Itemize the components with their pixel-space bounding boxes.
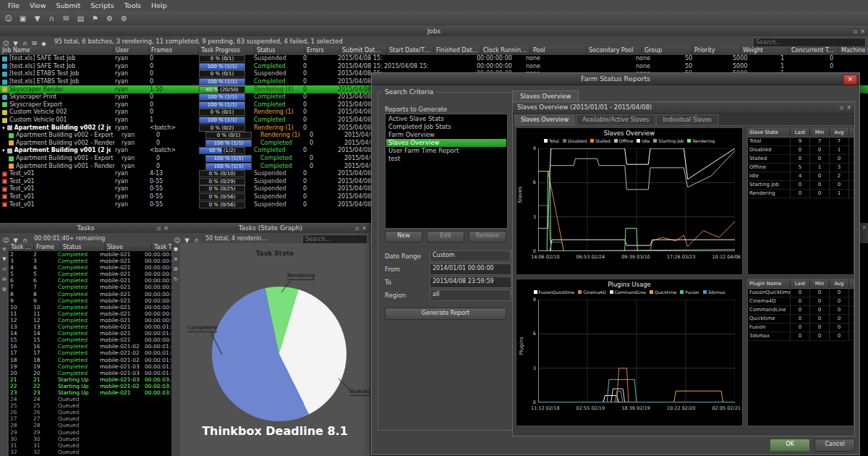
report-item-active-slave-stats[interactable]: Active Slave Stats xyxy=(386,115,506,123)
reports-listbox[interactable]: Active Slave StatsCompleted Job StatsFar… xyxy=(385,114,508,229)
jobs-col-submit-date-time[interactable]: Submit Date/Time xyxy=(340,46,387,55)
list-icon[interactable]: ≡ xyxy=(172,256,179,263)
task-row[interactable]: 55Completedmobile-02100:00:00:00 xyxy=(9,271,171,277)
task-row[interactable]: 22Completedmobile-02100:00:00:00 xyxy=(9,251,171,258)
close-panel-icon[interactable]: × xyxy=(859,224,868,231)
tasks-col-task-id[interactable]: Task ID xyxy=(9,243,34,251)
task-row[interactable]: 1313Completedmobile-02100:00:01:02 xyxy=(9,324,171,330)
jobs-col-secondary-pool[interactable]: Secondary Pool xyxy=(587,46,642,55)
menu-item-submit[interactable]: Submit xyxy=(51,1,85,9)
menu-item-view[interactable]: View xyxy=(25,1,51,9)
task-row[interactable]: 1818Completedmobile-021-0200:00:01:00 xyxy=(9,357,171,363)
from-datetime-field[interactable]: 2014/01/01 00:00:00 ▲▼ xyxy=(430,263,520,275)
refresh-icon[interactable]: ↻ xyxy=(172,276,179,283)
task-row[interactable]: 33Completedmobile-02100:00:00:00 xyxy=(9,258,171,264)
task-row[interactable]: 2626Queued xyxy=(9,409,171,415)
to-datetime-field[interactable]: 2015/04/08 23:59:59 ▲▼ xyxy=(430,276,520,288)
magnet-icon[interactable]: ∩ xyxy=(1,266,8,273)
bookmark-icon[interactable]: ⚑ xyxy=(90,14,101,24)
menu-item-tools[interactable]: Tools xyxy=(119,1,146,9)
jobs-col-pool[interactable]: Pool xyxy=(531,46,587,55)
jobs-col-errors[interactable]: Errors xyxy=(305,46,340,55)
gear-icon[interactable]: ⚙ xyxy=(1,286,8,293)
generate-report-button[interactable]: Generate Report xyxy=(385,308,506,320)
job-row[interactable]: [test.xls] SAFE Test Jobryan00 % (0/1)Su… xyxy=(0,55,868,63)
tab-available-active-slaves[interactable]: Available/Active Slaves xyxy=(576,114,655,125)
tab-individual-slaves[interactable]: Individual Slaves xyxy=(656,114,718,125)
tasks-col-frame[interactable]: Frame xyxy=(34,243,61,251)
user-icon[interactable]: ☺ xyxy=(3,14,14,24)
jobs-col-group[interactable]: Group xyxy=(642,46,692,55)
float-panel-icon[interactable]: ▫ xyxy=(852,28,859,35)
task-row[interactable]: 2929Queued xyxy=(9,429,171,436)
settings-icon[interactable]: ⚙ xyxy=(119,14,129,24)
expand-arrow-icon[interactable]: ▾ xyxy=(2,148,5,153)
task-row[interactable]: 44Completedmobile-02100:00:00:00 xyxy=(9,264,171,271)
report-item-user-farm-time-report[interactable]: User Farm Time Report xyxy=(386,147,506,155)
funnel-icon[interactable]: ▼ xyxy=(1,256,8,263)
task-row[interactable]: 1717Completedmobile-021-0200:00:01:01 xyxy=(9,350,171,356)
task-row[interactable]: 3131Queued xyxy=(9,442,171,449)
jobs-col-frames[interactable]: Frames xyxy=(149,46,199,55)
edit-report-button[interactable]: Edit xyxy=(427,231,464,242)
tasks-col-status[interactable]: Status xyxy=(61,243,105,251)
close-panel-icon[interactable]: × xyxy=(859,28,867,35)
task-row[interactable]: 1111Completedmobile-02100:00:00:00 xyxy=(9,311,171,317)
calculator-icon[interactable]: ▤ xyxy=(75,14,86,24)
mail-icon[interactable]: ✉ xyxy=(1,276,8,283)
expand-arrow-icon[interactable]: ▾ xyxy=(2,125,5,131)
jobs-col-priority[interactable]: Priority xyxy=(692,46,741,55)
task-row[interactable]: 99Completedmobile-02100:00:00:00 xyxy=(9,297,171,304)
cancel-button[interactable]: Cancel xyxy=(814,439,855,452)
task-row[interactable]: 1515Completedmobile-02100:00:00:58 xyxy=(9,337,171,343)
report-item-farm-overview[interactable]: Farm Overview xyxy=(386,131,506,139)
menu-item-scripts[interactable]: Scripts xyxy=(85,1,119,9)
task-row[interactable]: 2020Completedmobile-021-0300:00:01:01 xyxy=(9,370,171,376)
task-row[interactable]: 3232Queued xyxy=(9,449,171,455)
task-row[interactable]: 77Completedmobile-02100:00:00:00 xyxy=(9,284,171,290)
task-row[interactable]: 66Completedmobile-02100:00:00:00 xyxy=(9,277,171,284)
ok-button[interactable]: OK xyxy=(770,439,810,452)
report-item-slaves-overview[interactable]: Slaves Overview xyxy=(386,139,506,147)
mail-icon[interactable]: ✉ xyxy=(61,14,72,24)
close-panel-icon[interactable]: × xyxy=(845,104,853,111)
jobs-col-clock-running-time[interactable]: Clock Running Time xyxy=(481,46,531,55)
jobs-col-start-date-time[interactable]: Start Date/Time xyxy=(387,46,434,55)
menu-item-help[interactable]: Help xyxy=(146,1,172,9)
task-row[interactable]: 2727Queued xyxy=(9,415,171,422)
jobs-col-weight[interactable]: Weight xyxy=(741,46,789,55)
tasks-col-task-time[interactable]: Task Time xyxy=(152,243,171,251)
task-row[interactable]: 88Completedmobile-02100:00:00:00 xyxy=(9,291,171,297)
remove-report-button[interactable]: Remove xyxy=(469,231,506,242)
task-row[interactable]: 2121Starting Upmobile-021-0300:00:03:43 xyxy=(9,376,171,383)
task-row[interactable]: 1212Completedmobile-02100:00:00:00 xyxy=(9,317,171,324)
tab-slaves-overview[interactable]: Slaves Overview xyxy=(514,114,575,125)
jobs-search-input[interactable] xyxy=(753,38,866,47)
jobs-col-task-progress[interactable]: Task Progress xyxy=(199,46,255,55)
date-range-select[interactable]: Custom ▼ xyxy=(430,250,520,262)
task-row[interactable]: 1414Completedmobile-02100:00:01:01 xyxy=(9,330,171,337)
gears-icon[interactable]: ⚙ xyxy=(104,14,115,24)
list-icon[interactable]: ≡ xyxy=(1,245,8,253)
task-row[interactable]: 1010Completedmobile-02100:00:00:00 xyxy=(9,304,171,311)
task-row[interactable]: 2525Queued xyxy=(9,402,171,409)
task-row[interactable]: 2222Starting Upmobile-021-0200:00:03:28 xyxy=(9,383,171,389)
task-row[interactable]: 1616Completedmobile-021-0200:00:01:02 xyxy=(9,343,171,350)
jobs-col-user[interactable]: User xyxy=(114,46,149,55)
region-select[interactable]: all ▼ xyxy=(430,290,520,301)
dialog-close-button[interactable]: × xyxy=(843,75,857,85)
close-panel-icon[interactable]: × xyxy=(162,225,170,232)
jobs-col-concurrent-tasks[interactable]: Concurrent Tasks xyxy=(789,46,839,55)
new-report-button[interactable]: New xyxy=(385,231,422,242)
close-panel-icon[interactable]: × xyxy=(360,225,368,232)
task-row[interactable]: 2828Queued xyxy=(9,422,171,428)
state-graph-search-input[interactable] xyxy=(302,235,367,244)
pie-icon[interactable]: ● xyxy=(172,245,179,253)
job-row[interactable]: [test.xls] SAFE Test Jobryan0100 % (1/1)… xyxy=(0,63,868,71)
jobs-col-machine-limit[interactable]: Machine Limit xyxy=(839,46,868,55)
task-row[interactable]: 1919Completedmobile-021-0300:00:01:02 xyxy=(9,363,171,370)
task-row[interactable]: 3030Queued xyxy=(9,436,171,442)
task-row[interactable]: 2424Queued xyxy=(9,396,171,402)
menu-item-file[interactable]: File xyxy=(3,1,25,9)
magnet-icon[interactable]: ∩ xyxy=(46,14,57,24)
